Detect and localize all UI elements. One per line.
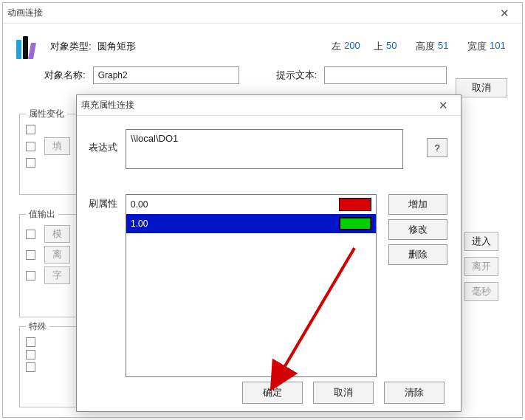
checkbox[interactable] [26, 337, 35, 347]
brush-list[interactable]: 0.00 1.00 [126, 194, 377, 377]
enter-button[interactable]: 进入 [464, 232, 498, 251]
books-icon [16, 34, 41, 59]
hint-input[interactable] [324, 66, 447, 84]
add-button[interactable]: 增加 [388, 194, 447, 215]
li-button[interactable]: 离 [44, 246, 70, 264]
checkbox[interactable] [26, 125, 35, 134]
checkbox[interactable] [26, 362, 35, 372]
checkbox[interactable] [26, 230, 35, 239]
expression-input[interactable]: \\local\DO1 [126, 129, 403, 169]
obj-name-input[interactable] [93, 66, 239, 84]
checkbox[interactable] [26, 158, 35, 168]
close-icon[interactable]: ✕ [491, 3, 518, 24]
main-title: 动画连接 [7, 7, 491, 19]
brush-label: 刷属性 [89, 197, 117, 210]
fill-button[interactable]: 填 [44, 137, 70, 155]
cancel-button[interactable]: 取消 [313, 382, 374, 404]
edit-button[interactable]: 修改 [388, 219, 447, 240]
position-readout: 左200 上50 高度51 宽度101 [326, 40, 509, 53]
main-titlebar: 动画连接 ✕ [3, 3, 522, 24]
obj-type-value: 圆角矩形 [97, 40, 136, 53]
dialog-title: 填充属性连接 [81, 99, 430, 111]
list-item[interactable]: 1.00 [126, 214, 376, 233]
leave-button[interactable]: 离开 [464, 257, 498, 276]
hint-label: 提示文本: [276, 69, 318, 82]
list-item[interactable]: 0.00 [126, 195, 376, 214]
checkbox[interactable] [26, 350, 35, 359]
color-swatch [339, 198, 371, 211]
ms-button[interactable]: 毫秒 [464, 282, 498, 301]
checkbox[interactable] [26, 250, 35, 260]
delete-button[interactable]: 删除 [388, 244, 447, 265]
obj-name-label: 对象名称: [44, 69, 86, 82]
mo-button[interactable]: 模 [44, 225, 70, 243]
zi-button[interactable]: 字 [44, 266, 70, 284]
fill-attr-dialog: 填充属性连接 ✕ 表达式 \\local\DO1 ? 刷属性 0.00 1.00… [76, 94, 461, 412]
color-swatch [339, 217, 371, 230]
expression-browse-button[interactable]: ? [427, 138, 447, 157]
obj-type-label: 对象类型: [50, 40, 92, 53]
close-icon[interactable]: ✕ [430, 95, 456, 116]
expression-label: 表达式 [89, 141, 117, 154]
main-cancel-button[interactable]: 取消 [456, 78, 507, 97]
checkbox[interactable] [26, 271, 35, 280]
clear-button[interactable]: 清除 [384, 382, 445, 404]
checkbox[interactable] [26, 142, 35, 151]
ok-button[interactable]: 确定 [242, 382, 303, 404]
